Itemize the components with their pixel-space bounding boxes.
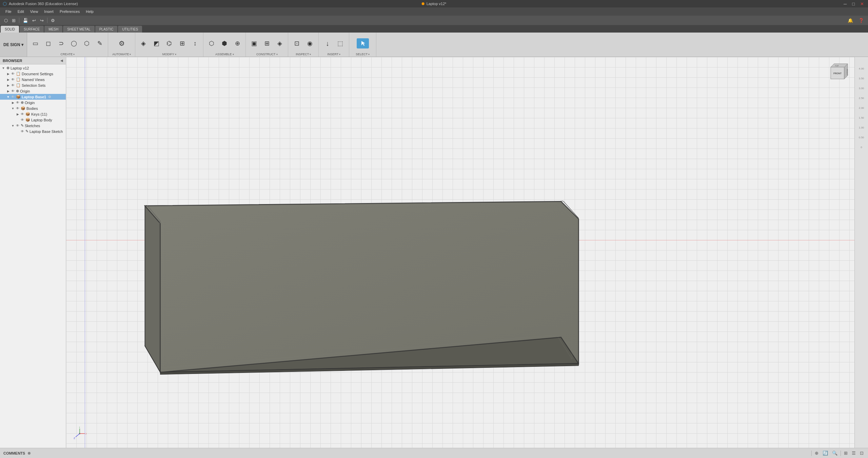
create-shell-btn[interactable]: ⬡ xyxy=(81,39,93,47)
expand-bodies[interactable]: ▼ xyxy=(11,106,15,111)
menu-preferences[interactable]: Preferences xyxy=(57,9,82,14)
insert-canvas-btn[interactable]: ⬚ xyxy=(334,39,347,47)
modify-scale-btn[interactable]: ↕ xyxy=(189,39,201,47)
create-revolve-btn[interactable]: ◻ xyxy=(42,39,54,47)
inspect-measure-btn[interactable]: ⊡ xyxy=(291,39,303,47)
view-cube[interactable]: FRONT TOP RIGHT xyxy=(824,60,851,87)
create-label-row[interactable]: CREATE ▾ xyxy=(60,53,75,57)
construct-plane-btn[interactable]: ▣ xyxy=(248,39,260,47)
tree-item-named-views[interactable]: ▶ 👁 📋 Named Views xyxy=(0,77,66,82)
eye-origin[interactable]: 👁 xyxy=(11,89,15,93)
eye-lb-origin[interactable]: 👁 xyxy=(16,101,19,104)
undo-icon[interactable]: ↩ xyxy=(31,17,37,24)
modify-fillet-btn[interactable]: ◈ xyxy=(137,39,150,47)
grid-display-icon[interactable]: ⊡ xyxy=(859,450,865,456)
modify-label-row[interactable]: MODIFY ▾ xyxy=(162,53,176,57)
minimize-button[interactable]: ─ xyxy=(842,1,848,6)
workspace-tab-surface[interactable]: SURFACE xyxy=(20,26,44,33)
tree-item-root[interactable]: ▼ ⊕ Laptop v12 xyxy=(0,65,66,71)
eye-base-sketch[interactable]: 👁 xyxy=(21,130,24,133)
eye-selection-sets[interactable]: 👁 xyxy=(11,83,15,87)
main-viewport[interactable]: FRONT TOP RIGHT X Y Z xyxy=(66,57,854,448)
tree-item-sketches[interactable]: ▼ 👁 ✎ Sketches xyxy=(0,123,66,128)
menu-edit[interactable]: Edit xyxy=(15,9,27,14)
modify-combine-btn[interactable]: ⊞ xyxy=(176,39,188,47)
create-sweep-btn[interactable]: ⊃ xyxy=(55,39,67,47)
laptop-body-3d xyxy=(66,57,854,448)
select-btn[interactable] xyxy=(357,38,369,48)
workspace-tab-mesh[interactable]: MESH xyxy=(44,26,62,33)
expand-root[interactable]: ▼ xyxy=(1,66,5,70)
design-workspace-dropdown[interactable]: DE SIGN ▾ xyxy=(0,33,27,57)
tree-item-origin[interactable]: ▶ 👁 ⊕ Origin xyxy=(0,88,66,94)
tree-item-laptop-base[interactable]: ▼ 👁 📦 Laptop Base1 ⚙ xyxy=(0,94,66,100)
workspace-tab-sheet-metal[interactable]: SHEET METAL xyxy=(63,26,95,33)
construct-axis-btn[interactable]: ⊞ xyxy=(261,39,273,47)
assemble-rigid-btn[interactable]: ⊕ xyxy=(231,39,243,47)
inspect-label-row[interactable]: INSPECT ▾ xyxy=(296,53,311,57)
expand-sketches[interactable]: ▼ xyxy=(11,124,15,128)
inspect-analysis-btn[interactable]: ◉ xyxy=(304,39,316,47)
comments-dot[interactable] xyxy=(28,452,31,455)
eye-laptop-body[interactable]: 👁 xyxy=(21,118,24,122)
eye-laptop-base[interactable]: 👁 xyxy=(11,95,15,99)
tree-item-keys[interactable]: ▶ 👁 📦 Keys (11) xyxy=(0,111,66,117)
assemble-label-row[interactable]: ASSEMBLE ▾ xyxy=(215,53,234,57)
eye-doc-settings[interactable]: 👁 xyxy=(11,72,15,76)
workspace-tab-utilities[interactable]: UTILITIES xyxy=(118,26,142,33)
tree-item-base-sketch[interactable]: ▶ 👁 ✎ Laptop Base Sketch xyxy=(0,128,66,134)
eye-named-views[interactable]: 👁 xyxy=(11,78,15,81)
help-circle-icon[interactable]: ❓ xyxy=(857,17,865,24)
eye-bodies[interactable]: 👁 xyxy=(16,106,19,110)
expand-laptop-base[interactable]: ▼ xyxy=(6,95,10,99)
save-icon[interactable]: 💾 xyxy=(21,17,29,24)
nav-zoom-icon[interactable]: 🔍 xyxy=(831,450,839,456)
visual-style-icon[interactable]: ☰ xyxy=(851,450,857,456)
automate-label-row[interactable]: AUTOMATE ▾ xyxy=(112,53,131,57)
maximize-button[interactable]: □ xyxy=(851,1,856,6)
close-button[interactable]: ✕ xyxy=(859,1,865,6)
expand-named-views[interactable]: ▶ xyxy=(6,78,10,82)
expand-origin[interactable]: ▶ xyxy=(6,89,10,93)
construct-label-row[interactable]: CONSTRUCT ▾ xyxy=(256,53,278,57)
modify-shell-btn[interactable]: ⌬ xyxy=(163,39,175,47)
notification-icon[interactable]: 🔔 xyxy=(846,17,854,24)
insert-derive-btn[interactable]: ↓ xyxy=(321,39,334,48)
tree-item-bodies[interactable]: ▼ 👁 📦 Bodies xyxy=(0,105,66,111)
create-sketch-btn[interactable]: ✎ xyxy=(94,39,106,47)
tree-item-laptop-body[interactable]: ▶ 👁 📦 Laptop Body xyxy=(0,117,66,123)
construct-point-btn[interactable]: ◈ xyxy=(274,39,286,47)
workspace-tab-solid[interactable]: SOLID xyxy=(1,26,19,33)
expand-keys[interactable]: ▶ xyxy=(16,112,20,116)
expand-lb-origin[interactable]: ▶ xyxy=(11,101,15,105)
workspace-tab-plastic[interactable]: PLASTIC xyxy=(95,26,118,33)
assemble-new-component-btn[interactable]: ⬡ xyxy=(205,39,218,47)
settings-icon[interactable]: ⚙ xyxy=(50,17,56,24)
assemble-joint-btn[interactable]: ⬢ xyxy=(218,39,231,47)
menu-view[interactable]: View xyxy=(27,9,41,14)
menu-insert[interactable]: Insert xyxy=(41,9,56,14)
menu-help[interactable]: Help xyxy=(83,9,96,14)
home-icon[interactable]: ⬡ xyxy=(3,17,9,24)
tree-item-lb-origin[interactable]: ▶ 👁 ⊕ Origin xyxy=(0,100,66,105)
browser-collapse-icon[interactable]: ◀ xyxy=(60,59,63,62)
select-label-row[interactable]: SELECT ▾ xyxy=(356,53,370,57)
grid-icon[interactable]: ⊞ xyxy=(11,17,17,24)
eye-keys[interactable]: 👁 xyxy=(21,112,24,116)
expand-selection-sets[interactable]: ▶ xyxy=(6,83,10,87)
tree-item-selection-sets[interactable]: ▶ 👁 📋 Selection Sets xyxy=(0,82,66,88)
laptop-base-gear[interactable]: ⚙ xyxy=(48,95,51,99)
modify-chamfer-btn[interactable]: ◩ xyxy=(150,39,162,47)
insert-label-row[interactable]: INSERT ▾ xyxy=(327,53,340,57)
nav-orbit-icon[interactable]: 🔄 xyxy=(822,450,829,456)
tree-item-doc-settings[interactable]: ▶ 👁 📋 Document Settings xyxy=(0,71,66,77)
automate-btn[interactable]: ⚙ xyxy=(116,39,128,48)
nav-home-icon[interactable]: ⊕ xyxy=(814,450,820,456)
redo-icon[interactable]: ↪ xyxy=(39,17,45,24)
menu-file[interactable]: File xyxy=(3,9,14,14)
display-mode-icon[interactable]: ⊞ xyxy=(843,450,849,456)
create-extrude-btn[interactable]: ▭ xyxy=(29,39,41,47)
eye-sketches[interactable]: 👁 xyxy=(16,124,19,127)
expand-doc-settings[interactable]: ▶ xyxy=(6,72,10,76)
create-loft-btn[interactable]: ◯ xyxy=(68,40,80,47)
